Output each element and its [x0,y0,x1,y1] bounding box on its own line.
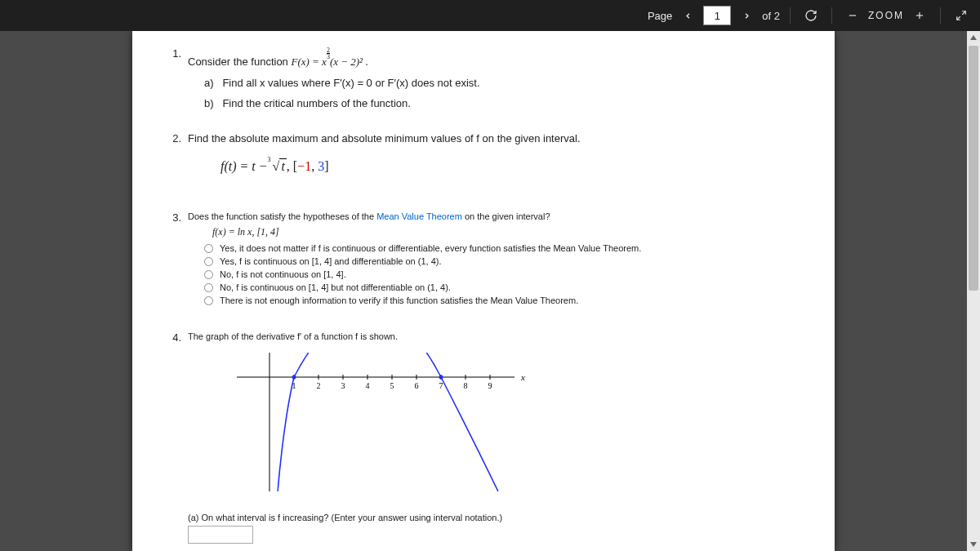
svg-line-3 [962,11,965,15]
root-degree: 3 [268,156,271,163]
caret-up-icon [969,33,978,42]
radio-button[interactable] [204,257,213,266]
expand-icon [956,10,967,21]
svg-line-4 [957,16,960,20]
derivative-graph: x 1 2 3 4 5 6 7 8 9 [237,353,802,493]
p2-eq-left: f(t) = t − [220,159,271,173]
tick-label: 2 [317,381,321,390]
p4-stem: The graph of the derivative f′ of a func… [188,331,398,341]
p1-a-label: a) [204,77,214,89]
graph-svg: x 1 2 3 4 5 6 7 8 9 [237,353,539,491]
p2-interval: [−1, 3] [293,159,329,173]
problem-number: 3. [165,211,188,309]
zoom-group: ZOOM [842,5,930,26]
radio-button[interactable] [204,296,213,305]
p3-option: Yes, it does not matter if f is continuo… [204,243,802,253]
p1-stem-end: . [365,56,368,68]
toolbar-separator [790,7,791,24]
p3-option: No, f is continuous on [1, 4] but not di… [204,282,802,292]
page-number-input[interactable] [703,6,731,25]
problem-body: The graph of the derivative f′ of a func… [188,331,802,551]
page-total-label: of 2 [762,10,780,22]
problem-body: Does the function satisfy the hypotheses… [188,211,802,309]
problem-body: Find the absolute maximum and absolute m… [188,132,802,189]
option-text: There is not enough information to verif… [220,295,578,305]
derivative-curve [278,353,498,491]
problem-3: 3. Does the function satisfy the hypothe… [165,211,802,309]
p1-part-b: b) Find the critical numbers of the func… [188,97,802,109]
problem-number: 4. [165,331,188,551]
rotate-icon [804,9,817,22]
vertical-scrollbar[interactable] [967,31,980,551]
chevron-left-icon [684,11,693,20]
p1-fn-tail: (x − 2)² [330,56,363,68]
rotate-button[interactable] [800,5,822,26]
p3-function: f(x) = ln x, [1, 4] [212,226,802,238]
zoom-in-button[interactable] [909,5,930,26]
minus-icon [847,10,858,21]
next-page-button[interactable] [736,5,757,26]
x-intercept-dot [292,375,296,380]
option-text: Yes, f is continuous on [1, 4] and diffe… [220,256,442,266]
caret-down-icon [969,540,978,549]
tick-label: 8 [464,381,468,390]
problem-body: Consider the function F(x) = x23(x − 2)²… [188,47,802,109]
scroll-down-button[interactable] [967,538,980,551]
p1-part-a: a) Find all x values where F′(x) = 0 or … [188,77,802,89]
page-nav-group: Page of 2 [648,5,780,26]
pdf-toolbar: Page of 2 ZOOM [0,0,980,31]
mvt-link[interactable]: Mean Value Theorem [376,211,462,221]
zoom-out-button[interactable] [842,5,863,26]
problem-number: 1. [165,47,188,109]
tick-label: 9 [488,381,492,390]
x-intercept-dot [439,375,443,380]
svg-marker-17 [970,542,977,547]
document-viewport[interactable]: 1. Consider the function F(x) = x23(x − … [0,31,967,551]
p1-function: F(x) = x23(x − 2)² [291,56,365,68]
tick-label: 3 [341,381,345,390]
p3-stem-a: Does the function satisfy the hypotheses… [188,211,376,221]
p4-answer-a-input[interactable] [188,526,253,544]
p2-sep: , [287,159,293,173]
cube-root-icon: 3√t [271,159,287,174]
tick-label: 7 [439,381,443,390]
fullscreen-button[interactable] [951,5,972,26]
p1-a-text: Find all x values where F′(x) = 0 or F′(… [222,77,479,89]
p2-stem: Find the absolute maximum and absolute m… [188,132,581,144]
problem-1: 1. Consider the function F(x) = x23(x − … [165,47,802,109]
tick-label: 4 [366,381,370,390]
plus-icon [914,10,925,21]
p1-fn-base: F(x) = x [291,56,326,68]
p1-b-text: Find the critical numbers of the functio… [222,97,411,109]
p1-b-label: b) [204,97,214,109]
option-text: No, f is not continuous on [1, 4]. [220,269,346,279]
svg-marker-16 [970,35,977,40]
page-label: Page [648,10,672,22]
problem-2: 2. Find the absolute maximum and absolut… [165,132,802,189]
p2-equation: f(t) = t − 3√t, [−1, 3] [220,159,802,174]
prev-page-button[interactable] [677,5,698,26]
p3-stem-b: on the given interval? [462,211,550,221]
option-text: Yes, it does not matter if f is continuo… [220,243,641,253]
toolbar-separator [831,7,832,24]
problem-4: 4. The graph of the derivative f′ of a f… [165,331,802,551]
radio-button[interactable] [204,244,213,253]
p3-option: No, f is not continuous on [1, 4]. [204,269,802,279]
p4-part-a-question: (a) On what interval is f increasing? (E… [188,513,802,522]
scroll-up-button[interactable] [967,31,980,44]
p3-option: Yes, f is continuous on [1, 4] and diffe… [204,256,802,266]
p3-option: There is not enough information to verif… [204,295,802,305]
problem-number: 2. [165,132,188,189]
p1-stem-pre: Consider the function [188,56,291,68]
radio-button[interactable] [204,283,213,292]
scroll-thumb[interactable] [969,46,978,291]
document-page: 1. Consider the function F(x) = x23(x − … [132,31,835,551]
zoom-label: ZOOM [868,10,904,21]
root-arg: t [279,158,286,173]
tick-label: 6 [415,381,419,390]
radio-button[interactable] [204,270,213,279]
p3-options: Yes, it does not matter if f is continuo… [188,243,802,305]
chevron-right-icon [742,11,751,20]
option-text: No, f is continuous on [1, 4] but not di… [220,282,451,292]
toolbar-separator [940,7,941,24]
